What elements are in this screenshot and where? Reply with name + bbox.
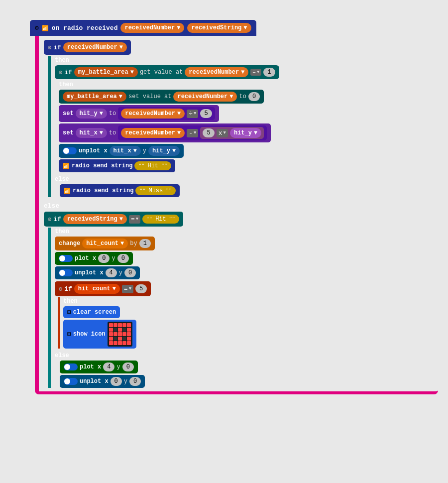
- event-header-block: ⚙ 📶 on radio received receivedNumber ▼ r…: [30, 20, 256, 36]
- icon-pixel-display[interactable]: [108, 322, 132, 347]
- set-value-label: set value at: [128, 93, 171, 100]
- y-label-5: y: [124, 378, 127, 385]
- equals-op-3: = ▼: [122, 285, 133, 293]
- minus-op: - ▼: [187, 129, 198, 137]
- toggle-2[interactable]: [59, 255, 73, 262]
- val-0: 0: [248, 92, 260, 101]
- to-label: to: [239, 93, 246, 100]
- gear-icon-3: ⚙: [59, 69, 62, 76]
- show-icon-row: ⊞ show icon: [63, 320, 438, 349]
- outer-else-section: else ⚙ if receivedString ▼ = ▼ ❝❝ Hit ❞❞: [44, 202, 438, 388]
- set-battle-area-row: my_battle_area ▼ set value at receivedNu…: [59, 90, 438, 104]
- y-label-3: y: [119, 269, 122, 276]
- outer-event-body: ⚙ if receivedNumber ▼ then ⚙ if my_battl…: [35, 36, 438, 394]
- to-kw-x: to: [109, 129, 116, 136]
- param1-dropdown[interactable]: receivedNumber ▼: [120, 23, 184, 33]
- unplot-label: unplot x: [79, 147, 108, 154]
- x-op: x ▼: [217, 129, 228, 137]
- hit-y-ref-2[interactable]: hit_y ▼: [148, 146, 180, 156]
- plot2-x-4: 4: [103, 362, 114, 371]
- to-kw-y: to: [109, 110, 116, 117]
- unplot-label-2: unplot x: [75, 269, 104, 276]
- gear-icon-5: ⚙: [59, 285, 62, 293]
- battle-area-var[interactable]: my_battle_area ▼: [74, 67, 138, 77]
- plot2-y-0: 0: [122, 362, 134, 371]
- grid-icon-1: ⊞: [67, 308, 71, 316]
- outer-if-var[interactable]: receivedNumber ▼: [63, 42, 127, 52]
- inner-if-2-container: ⚙ if hit_count ▼ = ▼ 5: [55, 281, 438, 349]
- hit-x-ref[interactable]: hit_x ▼: [110, 146, 141, 156]
- plot-x-0: 0: [98, 254, 110, 263]
- unplot-x-4: 4: [106, 268, 117, 277]
- radio-miss-row: 📶 radio send string ❝❝ Miss ❞❞: [60, 184, 438, 197]
- received-num-var-2[interactable]: receivedNumber ▼: [173, 92, 237, 102]
- radio-miss-label: radio send string: [73, 187, 133, 194]
- plot-y-0: 0: [117, 254, 129, 263]
- signal-icon: 📶: [42, 25, 49, 31]
- gear-icon: ⚙: [35, 24, 39, 32]
- sub-5: 5: [203, 128, 214, 137]
- plot-label: plot x: [75, 255, 96, 262]
- value-1: 1: [263, 68, 275, 77]
- radio-hit-row: 📶 radio send string ❝❝ Hit ❞❞: [59, 159, 438, 172]
- unplot-label-3: unplot x: [80, 378, 109, 385]
- recv-string-var[interactable]: receivedString ▼: [63, 214, 127, 224]
- y-label-2: y: [112, 255, 115, 262]
- set-hit-y-row: set hit_y ▼ to receivedNumber ▼ ÷ ▼: [59, 105, 438, 122]
- show-icon-label: show icon: [73, 331, 106, 338]
- gear-icon-2: ⚙: [48, 44, 51, 51]
- if-keyword-2: if: [64, 69, 72, 76]
- change-kw: change: [59, 240, 80, 247]
- plot-1-row: plot x 0 y 0: [55, 252, 438, 265]
- div-op: ÷ ▼: [187, 110, 198, 118]
- param2-dropdown[interactable]: receivedString ▼: [187, 23, 251, 33]
- else-then-block: then change hit_count ▼ by 1: [48, 228, 438, 388]
- hit-count-var-2[interactable]: hit_count ▼: [74, 284, 120, 294]
- else-section-1: else 📶 radio send string ❝❝ Miss ❞❞: [55, 175, 438, 197]
- change-hit-count-row: change hit_count ▼ by 1: [55, 237, 438, 250]
- change-by-1: 1: [139, 239, 151, 248]
- clear-screen-row: ⊞ clear screen: [63, 306, 438, 318]
- recv-num-3[interactable]: receivedNumber ▼: [121, 109, 185, 119]
- else-label-2: else: [55, 352, 69, 359]
- if-kw-3: if: [53, 216, 61, 223]
- toggle-3[interactable]: [59, 269, 73, 276]
- unplot-2-row: unplot x 4 y 0: [55, 266, 438, 279]
- toggle-5[interactable]: [64, 378, 78, 385]
- event-label: on radio received: [52, 24, 118, 32]
- equals-op-2: = ▼: [129, 215, 140, 224]
- inner-if-2-then: then ⊞ clear screen: [58, 297, 438, 349]
- signal-icon-2: 📶: [63, 163, 70, 169]
- hit-count-var[interactable]: hit_count ▼: [82, 239, 128, 248]
- grid-icon-2: ⊞: [67, 330, 71, 338]
- by-kw: by: [130, 240, 137, 247]
- div-5: 5: [200, 109, 212, 118]
- then-label-4: then: [63, 298, 78, 305]
- then-label-3: then: [55, 228, 69, 235]
- then-label-1: then: [55, 57, 69, 64]
- hit-x-var[interactable]: hit_x ▼: [76, 128, 107, 138]
- battle-area-var-2[interactable]: my_battle_area ▼: [63, 92, 126, 102]
- toggle-1[interactable]: [63, 147, 77, 154]
- toggle-4[interactable]: [64, 363, 78, 370]
- unplot3-x-0: 0: [111, 377, 122, 386]
- hit-y-var[interactable]: hit_y ▼: [76, 109, 107, 119]
- inner-else-section: else plot x 4 y 0: [55, 352, 438, 388]
- set-kw: set: [63, 110, 74, 117]
- inner-if-2-row: ⚙ if hit_count ▼ = ▼ 5: [55, 281, 151, 296]
- block-canvas: ⚙ 📶 on radio received receivedNumber ▼ r…: [30, 20, 438, 394]
- unplot-y-0: 0: [124, 268, 136, 277]
- outer-then-block: then ⚙ if my_battle_area ▼ get value at …: [48, 56, 438, 197]
- equals-op: = ▼: [250, 69, 261, 76]
- received-num-var[interactable]: receivedNumber ▼: [185, 67, 248, 77]
- hit-string: ❝❝ Hit ❞❞: [134, 161, 171, 170]
- miss-string: ❝❝ Miss ❞❞: [135, 186, 176, 195]
- if-keyword: if: [53, 44, 61, 51]
- recv-num-4[interactable]: receivedNumber ▼: [121, 128, 185, 138]
- clear-screen-label: clear screen: [73, 309, 116, 316]
- count-5: 5: [135, 284, 147, 293]
- hit-y-ref[interactable]: hit_y ▼: [230, 128, 261, 138]
- set-kw-2: set: [63, 129, 74, 136]
- else-label-outer: else: [44, 202, 59, 210]
- radio-hit-label: radio send string: [72, 162, 132, 169]
